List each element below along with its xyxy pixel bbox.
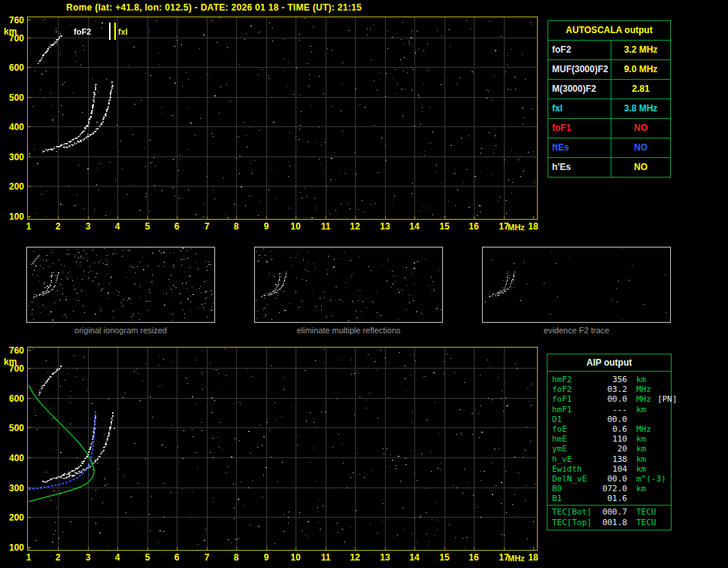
aip-tec-rows: TEC[Bot]000.7TECUTEC[Top]001.8TECU [548, 505, 671, 529]
aip-row-label: B0 [552, 484, 600, 494]
x-tick-label: 18 [526, 221, 540, 232]
plot-frame-bottom [27, 347, 538, 551]
aip-row-label: foE [552, 424, 600, 434]
thumbnail-canvas-evidence [483, 248, 670, 322]
aip-row-label: hmF1 [552, 405, 600, 415]
x-tick-label: 10 [289, 552, 302, 563]
autoscala-row-label: h'Es [548, 158, 611, 177]
x-axis-unit-mhz-bottom: MHz [508, 554, 525, 563]
autoscala-row-label: MUF(3000)F2 [548, 60, 611, 79]
autoscala-row-value: 3.2 MHz [611, 41, 670, 59]
autoscala-output-table: AUTOSCALA output foF23.2 MHzMUF(3000)F29… [548, 20, 671, 178]
aip-row-value: 00.0 [600, 394, 627, 404]
aip-row-unit: MHz [636, 424, 651, 434]
autoscala-row: foF23.2 MHz [548, 40, 670, 59]
x-tick-label: 6 [170, 221, 184, 232]
x-tick-label: 1 [22, 221, 35, 232]
x-tick-label: 4 [111, 221, 124, 232]
aip-row: B101.6 [552, 494, 668, 503]
aip-row: ymE20km [552, 444, 668, 454]
thumbnail-original-ionogram [26, 247, 215, 323]
aip-row-label: h_vE [552, 454, 600, 464]
autoscala-row: ftEsNO [548, 138, 670, 157]
aip-row: D100.0 [552, 415, 668, 424]
aip-row-label: DelN_vE [552, 474, 600, 484]
autoscala-row-value: 3.8 MHz [611, 99, 670, 118]
y-tick-label: 400 [2, 453, 24, 463]
aip-row-label: D1 [552, 415, 600, 424]
autoscala-row: MUF(3000)F29.0 MHz [548, 59, 670, 79]
y-tick-label: 500 [2, 423, 24, 433]
y-tick-label: 760 [2, 345, 24, 356]
autoscala-row-label: fxI [548, 99, 611, 118]
aip-row: hmF1---km [552, 405, 668, 415]
aip-table-title: AIP output [548, 354, 671, 372]
ionogram-canvas-top [28, 17, 537, 219]
aip-row-value: 03.2 [600, 384, 627, 394]
aip-row-value: --- [600, 405, 627, 415]
plot-frame-top: foF2 fxI [27, 17, 538, 220]
autoscala-row-label: foF2 [548, 41, 611, 59]
aip-row-value: 138 [600, 454, 627, 464]
thumbnail-canvas-original [27, 248, 214, 322]
x-tick-label: 9 [259, 221, 273, 232]
y-tick-label: 200 [2, 181, 24, 192]
aip-row-unit: MHz [636, 384, 651, 394]
aip-row-label: Ewidth [552, 464, 600, 474]
thumbnail-caption-eliminate: eliminate multiple reflections [254, 326, 443, 335]
aip-row: DelN_vE00.0m^(-3) [552, 474, 668, 484]
aip-row: Ewidth104km [552, 464, 668, 474]
x-tick-label: 5 [141, 221, 154, 232]
fxI-marker-label: fxI [118, 27, 128, 36]
x-tick-label: 3 [81, 221, 95, 232]
autoscala-row: M(3000)F22.81 [548, 79, 670, 99]
thumbnail-canvas-eliminate [255, 248, 442, 322]
x-tick-label: 2 [51, 552, 65, 563]
aip-row-extra: [PN] [657, 394, 678, 404]
x-axis-labels-bottom: 123456789101112131415161718 [28, 552, 538, 564]
aip-row-value: 110 [600, 434, 627, 444]
aip-row-unit: km [636, 375, 646, 384]
x-tick-label: 14 [408, 552, 421, 563]
aip-row-value: 001.8 [600, 518, 627, 527]
aip-row-value: 20 [600, 444, 627, 454]
aip-row-unit: MHz [636, 394, 651, 404]
aip-row: foE0.6MHz [552, 424, 668, 434]
thumbnail-caption-evidence: evidence F2 trace [482, 326, 671, 335]
aip-row-label: B1 [552, 494, 600, 503]
x-tick-label: 13 [378, 221, 392, 232]
aip-row-label: hmF2 [552, 375, 600, 384]
autoscala-row: foF1NO [548, 118, 670, 138]
x-tick-label: 16 [467, 221, 481, 232]
aip-row-label: foF2 [552, 384, 600, 394]
aip-row: foF203.2MHz [552, 384, 668, 394]
x-tick-label: 11 [319, 221, 332, 232]
ionogram-plot-top: foF2 fxI 760700600500400300200100 km 123… [27, 17, 538, 220]
y-tick-label: 600 [2, 393, 24, 404]
y-axis-labels-bottom: 760700600500400300200100 [2, 348, 24, 551]
autoscala-row: h'EsNO [548, 157, 670, 177]
autoscala-row-value: NO [611, 138, 670, 157]
aip-row: B0072.0km [552, 484, 668, 494]
aip-row-label: TEC[Top] [552, 518, 600, 527]
x-tick-label: 7 [200, 552, 214, 563]
autoscala-table-rows: foF23.2 MHzMUF(3000)F29.0 MHzM(3000)F22.… [548, 40, 670, 177]
y-axis-unit-km-bottom: km [4, 357, 17, 367]
x-tick-label: 16 [467, 552, 481, 563]
foF2-marker-line [109, 23, 111, 40]
ionogram-plot-bottom: 760700600500400300200100 km 123456789101… [27, 347, 538, 551]
y-tick-label: 100 [2, 211, 24, 222]
aip-row: foF100.0MHz[PN] [552, 394, 668, 404]
page-title: Rome (lat: +41.8, lon: 012.5) - DATE: 20… [66, 2, 362, 13]
y-tick-label: 300 [2, 152, 24, 163]
y-tick-label: 500 [2, 93, 24, 103]
aip-tec-row: TEC[Top]001.8TECU [552, 518, 668, 527]
thumbnail-caption-original: original ionogram resized [26, 326, 215, 335]
x-tick-label: 12 [348, 221, 362, 232]
aip-row: h_vE138km [552, 454, 668, 464]
autoscala-row-label: M(3000)F2 [548, 80, 611, 99]
y-tick-label: 600 [2, 62, 24, 73]
x-axis-unit-mhz-top: MHz [508, 223, 525, 232]
thumbnail-eliminate-reflections [254, 247, 443, 323]
aip-row-value: 00.0 [600, 474, 627, 484]
